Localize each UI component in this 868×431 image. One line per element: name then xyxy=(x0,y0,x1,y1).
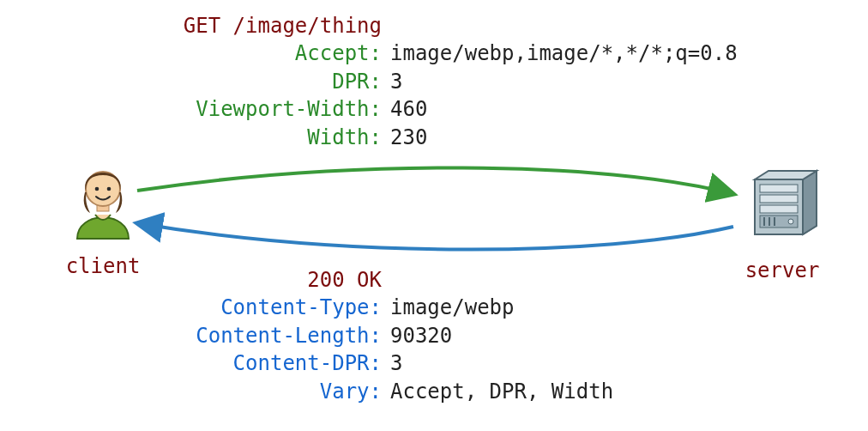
svg-rect-6 xyxy=(760,205,798,213)
server-area: server xyxy=(731,167,834,285)
response-status: 200 OK xyxy=(172,266,382,294)
header-name: Content-Length: xyxy=(172,322,382,349)
response-status-line: 200 OK xyxy=(172,266,772,294)
http-request-block: GET /image/thing Accept: image/webp,imag… xyxy=(172,12,772,151)
header-name: Viewport-Width: xyxy=(172,95,382,123)
request-method-path: GET /image/thing xyxy=(172,12,382,39)
header-name: Content-Type: xyxy=(172,294,382,321)
header-value: 460 xyxy=(382,95,427,123)
response-header-content-type: Content-Type: image/webp xyxy=(172,294,772,321)
header-value: Accept, DPR, Width xyxy=(382,378,613,405)
header-value: 230 xyxy=(382,124,427,151)
request-arrow xyxy=(137,167,733,194)
header-name: Accept: xyxy=(172,39,382,67)
server-label: server xyxy=(731,257,834,284)
header-value: image/webp,image/*,*/*;q=0.8 xyxy=(382,39,738,67)
svg-point-3 xyxy=(107,187,112,191)
svg-rect-5 xyxy=(760,195,798,203)
header-value: 3 xyxy=(382,68,402,95)
http-response-block: 200 OK Content-Type: image/webp Content-… xyxy=(172,266,772,405)
response-header-content-dpr: Content-DPR: 3 xyxy=(172,349,772,377)
client-label: client xyxy=(51,252,154,280)
header-value: 90320 xyxy=(382,322,452,349)
diagram-stage: GET /image/thing Accept: image/webp,imag… xyxy=(0,0,868,431)
request-header-width: Width: 230 xyxy=(172,124,772,151)
svg-rect-4 xyxy=(760,185,798,192)
client-icon xyxy=(64,163,142,240)
server-icon xyxy=(739,167,825,245)
request-header-accept: Accept: image/webp,image/*,*/*;q=0.8 xyxy=(172,39,772,67)
response-header-content-length: Content-Length: 90320 xyxy=(172,322,772,349)
request-line: GET /image/thing xyxy=(172,12,772,39)
header-value: image/webp xyxy=(382,294,515,321)
svg-point-11 xyxy=(788,219,793,224)
header-name: Content-DPR: xyxy=(172,349,382,377)
svg-point-2 xyxy=(95,187,99,191)
header-name: Vary: xyxy=(172,378,382,405)
client-area: client xyxy=(51,163,154,281)
response-arrow xyxy=(137,223,733,250)
header-name: Width: xyxy=(172,124,382,151)
request-header-dpr: DPR: 3 xyxy=(172,68,772,95)
response-header-vary: Vary: Accept, DPR, Width xyxy=(172,378,772,405)
request-header-viewport-width: Viewport-Width: 460 xyxy=(172,95,772,123)
header-name: DPR: xyxy=(172,68,382,95)
header-value: 3 xyxy=(382,349,402,377)
